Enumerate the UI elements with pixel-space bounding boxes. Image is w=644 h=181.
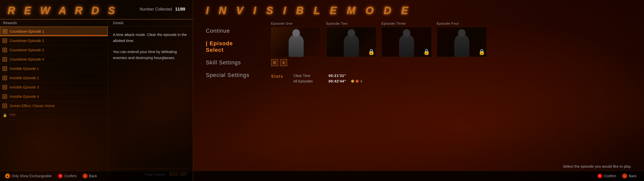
cross-button-icon: ✕ [58,173,63,178]
confirm-hint-left[interactable]: ✕ Confirm [58,173,77,178]
stat-row-clear-time: Clear Time 00:21'31" [293,74,362,78]
lock-overlay-3: 🔒 [382,27,431,57]
episode-three-label: Episode Three [381,22,432,25]
menu-item-continue[interactable]: Continue [206,27,251,35]
stat-extras: 4 [351,79,362,83]
episode-one-thumb [271,27,321,57]
reward-label: Invisible Episode 1 [10,67,105,71]
character-figure [289,34,304,57]
lock-overlay-4: 🔒 [437,27,487,57]
reward-label: Countdown Episode 2 [10,39,105,43]
stat-all-episodes-name: All Episodes [293,79,324,83]
details-content: A time attack mode. Clear the episode in… [108,27,193,168]
reward-label: Countdown Episode 4 [10,57,105,61]
checkbox-icon: ✓ [3,29,7,34]
checkbox-icon: ✓ [3,57,7,62]
grade-row-1: B A [271,59,321,66]
list-item[interactable]: 🔒 ??? [0,111,108,120]
reward-label: Countdown Episode 1 [10,29,105,33]
episode-four-label: Episode Four [437,22,487,25]
menu-item-skill-settings[interactable]: Skill Settings [206,58,251,67]
cross-button-icon-right: ✕ [597,173,602,178]
checkbox-icon: ✓ [3,85,7,89]
lock-overlay-2: 🔒 [327,27,376,57]
menu-item-episode-select[interactable]: Episode Select [206,39,251,54]
checkbox-icon: ✓ [3,104,7,108]
checkbox-icon: ✓ [3,76,7,80]
triangle-button-icon: ▲ [5,173,10,178]
checkbox-icon: ✓ [3,66,7,71]
lock-icon-3: 🔒 [423,49,430,55]
right-panel: I N V I S I B L E M O D E Continue Episo… [193,0,644,181]
back-label-right: Back [629,174,636,178]
stat-count: 4 [360,79,362,83]
grade-a-badge: A [280,59,287,66]
checkbox-icon: ✓ [3,48,7,52]
number-collected: Number Collected 11/89 [140,7,185,12]
reward-label: ??? [10,113,105,117]
episodes-grid: Episode One B A Episode Two 🔒 [264,19,644,180]
list-item[interactable]: ✓ Countdown Episode 1 [0,27,108,36]
rewards-list-panel: Rewards ✓ Countdown Episode 1 ✓ Countdow… [0,19,108,180]
stats-label: Stats [271,74,283,79]
episode-one-label: Episode One [271,22,321,25]
list-item[interactable]: ✓ Screen Effect: Classic Horror [0,101,108,111]
lock-icon-2: 🔒 [368,49,375,55]
episode-three-thumb: 🔒 [381,27,432,57]
list-item[interactable]: ✓ Invisible Episode 3 [0,83,108,92]
list-item[interactable]: ✓ Invisible Episode 2 [0,73,108,83]
reward-label: Countdown Episode 3 [10,48,105,52]
details-header: Details [108,19,193,27]
rewards-list-header: Rewards [0,19,108,27]
checkbox-icon: ✓ [3,38,7,43]
number-collected-label: Number Collected [140,7,172,11]
details-text-1: A time attack mode. Clear the episode in… [113,32,188,44]
number-collected-value: 11/89 [175,7,185,11]
stats-section: Stats Clear Time 00:21'31" All Episodes … [271,74,636,83]
confirm-hint-right[interactable]: ✕ Confirm [597,173,616,178]
list-item[interactable]: ✓ Invisible Episode 4 [0,92,108,101]
back-hint-right[interactable]: ○ Back [622,173,636,178]
stat-clear-time-name: Clear Time [293,74,324,78]
checkbox-icon: ✓ [3,94,7,99]
list-item[interactable]: ✓ Countdown Episode 4 [0,55,108,64]
menu-item-special-settings[interactable]: Special Settings [206,71,251,79]
list-item[interactable]: ✓ Countdown Episode 3 [0,46,108,55]
episode-cards: Episode One B A Episode Two 🔒 [271,22,636,66]
circle-button-icon: ○ [83,173,88,178]
episode-two-thumb: 🔒 [326,27,376,57]
episode-card-2[interactable]: Episode Two 🔒 [326,22,376,66]
confirm-label-left: Confirm [64,174,77,178]
list-item[interactable]: ✓ Invisible Episode 1 [0,64,108,73]
episode-four-thumb: 🔒 [437,27,487,57]
details-panel: Details A time attack mode. Clear the ep… [108,19,193,180]
exchangeable-label: Only Show Exchangeable [12,174,52,178]
dot-yellow-icon [351,80,354,83]
reward-bar [0,35,107,36]
back-label-left: Back [89,174,97,178]
episode-card-3[interactable]: Episode Three 🔒 [381,22,432,66]
reward-label: Invisible Episode 2 [10,76,105,80]
episode-card-4[interactable]: Episode Four 🔒 [437,22,487,66]
panels-container: Rewards ✓ Countdown Episode 1 ✓ Countdow… [0,19,193,180]
bottom-bar-right: ✕ Confirm ○ Back [193,171,644,181]
list-item[interactable]: ✓ Countdown Episode 2 [0,36,108,46]
stat-row-all-episodes: All Episodes 00:42'44" 4 [293,79,362,83]
reward-label: Invisible Episode 3 [10,85,105,89]
right-content: Continue Episode Select Skill Settings S… [193,19,644,180]
lock-icon-4: 🔒 [478,49,485,55]
exchangeable-hint[interactable]: ▲ Only Show Exchangeable [5,173,52,178]
stats-data: Clear Time 00:21'31" All Episodes 00:42'… [293,74,362,83]
episode-card-1[interactable]: Episode One B A [271,22,321,66]
reward-label: Screen Effect: Classic Horror [10,104,105,108]
back-hint-left[interactable]: ○ Back [83,173,97,178]
details-text-2: You can extend your time by defeating en… [113,49,188,61]
reward-label: Invisible Episode 4 [10,95,105,99]
invisible-title: I N V I S I B L E M O D E [193,0,644,19]
stat-all-episodes-value: 00:42'44" [329,79,346,83]
rewards-list[interactable]: ✓ Countdown Episode 1 ✓ Countdown Episod… [0,27,108,180]
left-menu: Continue Episode Select Skill Settings S… [193,19,264,180]
stat-clear-time-value: 00:21'31" [329,74,346,78]
grade-b-badge: B [271,59,278,66]
left-panel: R E W A R D S Number Collected 11/89 Rew… [0,0,193,181]
